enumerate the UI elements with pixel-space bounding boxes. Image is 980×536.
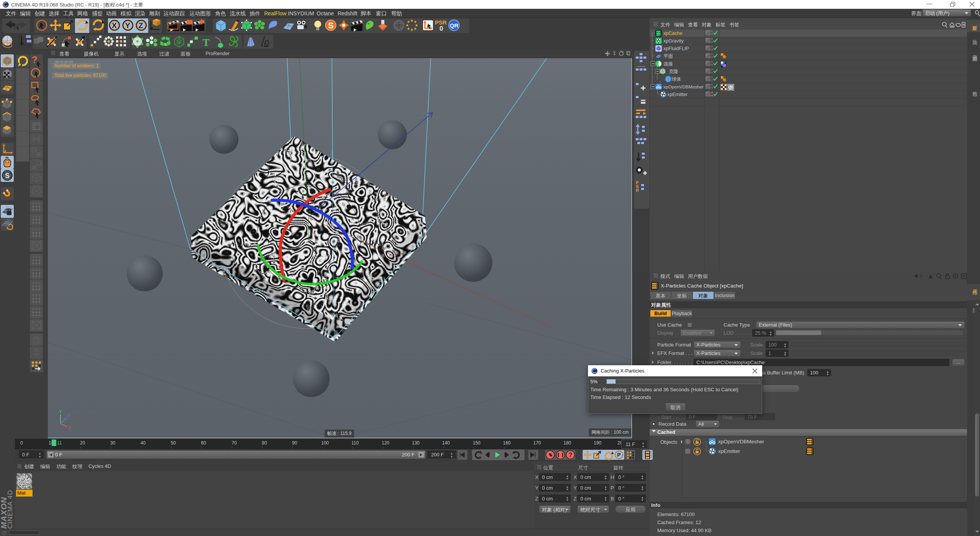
svg-text:QR: QR (450, 22, 459, 29)
svg-text:xpOpenVDBMesher: xpOpenVDBMesher (718, 439, 764, 444)
svg-text:170: 170 (533, 440, 541, 446)
svg-text:X: X (69, 425, 72, 430)
svg-text:180: 180 (564, 440, 571, 446)
svg-text:130: 130 (412, 440, 420, 446)
svg-text:160: 160 (503, 440, 511, 446)
svg-text:90: 90 (292, 440, 297, 446)
svg-text:140: 140 (442, 440, 450, 446)
svg-text:150: 150 (473, 440, 480, 446)
svg-text:xpFluidFLIP: xpFluidFLIP (663, 46, 689, 51)
svg-text:20: 20 (80, 440, 85, 446)
svg-text:70: 70 (232, 440, 237, 446)
svg-text:P: P (617, 452, 621, 458)
svg-text:0: 0 (439, 25, 443, 32)
svg-text:xpGravity: xpGravity (663, 38, 684, 44)
svg-text:fx: fx (264, 42, 269, 48)
svg-text:11: 11 (57, 440, 62, 446)
svg-text:xpEmitter: xpEmitter (718, 448, 740, 454)
svg-text:0: 0 (20, 440, 23, 446)
svg-text:克隆: 克隆 (669, 69, 678, 74)
svg-text:Z: Z (139, 21, 143, 29)
svg-text:30: 30 (110, 440, 116, 446)
svg-text:Z: Z (67, 413, 70, 418)
svg-text:Y: Y (59, 409, 62, 414)
svg-text:50: 50 (171, 440, 176, 446)
svg-text:?: ? (32, 54, 38, 65)
svg-text:xpOpenVDBMesher: xpOpenVDBMesher (663, 84, 704, 90)
svg-text:200: 200 (617, 440, 621, 446)
svg-text:Y: Y (125, 21, 130, 29)
svg-text:R: R (636, 188, 639, 193)
svg-text:平面: 平面 (663, 54, 673, 59)
svg-text:xpEmitter: xpEmitter (667, 92, 688, 97)
svg-text:S: S (328, 21, 334, 30)
svg-text:100: 100 (321, 440, 329, 446)
svg-text:80: 80 (262, 440, 267, 446)
svg-text:球体: 球体 (671, 77, 681, 82)
svg-text:190: 190 (594, 440, 601, 446)
svg-text:S: S (5, 172, 10, 180)
svg-text:40: 40 (140, 440, 146, 446)
svg-text:110: 110 (351, 440, 359, 446)
svg-text:X: X (112, 21, 117, 29)
svg-text:连接: 连接 (663, 61, 673, 67)
svg-text:xpCache: xpCache (663, 31, 682, 36)
svg-text:?: ? (568, 452, 572, 458)
svg-text:120: 120 (382, 440, 389, 446)
svg-text:T: T (203, 36, 210, 48)
svg-text:60: 60 (201, 440, 206, 446)
